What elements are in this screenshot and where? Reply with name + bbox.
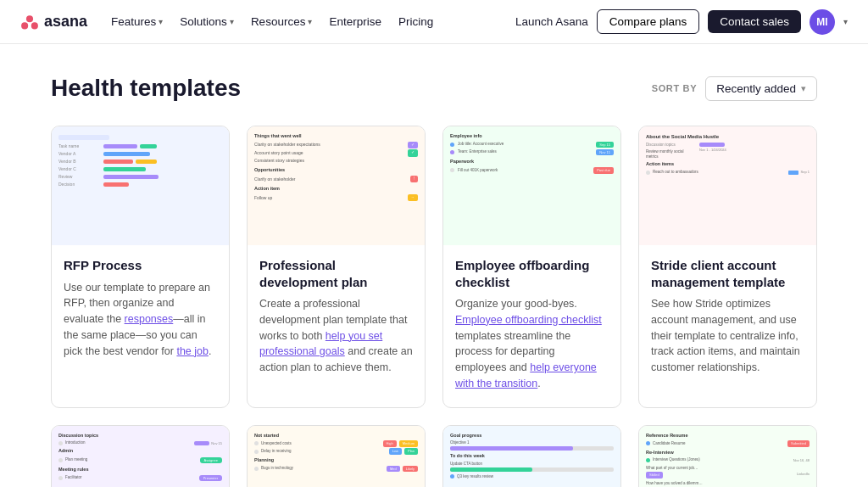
card-desc-eo: Organize your good-byes. Employee offboa… bbox=[455, 296, 609, 392]
card-preview-tg: Goal progress Objective 1 To do this wee… bbox=[443, 426, 620, 488]
card-desc-rfp: Use our template to prepare an RFP, then… bbox=[64, 280, 217, 360]
card-preview-stride: About the Social Media Hustle Discussion… bbox=[639, 126, 816, 245]
avatar[interactable]: MI bbox=[810, 9, 835, 35]
page-title: Health templates bbox=[51, 75, 241, 102]
card-title-eo: Employee offboarding checklist bbox=[455, 257, 609, 290]
launch-asana-link[interactable]: Launch Asana bbox=[515, 15, 588, 28]
main-content: Health templates SORT BY Recently added … bbox=[0, 44, 868, 487]
svg-point-1 bbox=[21, 22, 28, 29]
nav-links: Features ▾ Solutions ▾ Resources ▾ Enter… bbox=[111, 15, 515, 28]
card-desc-pd: Create a professional development plan t… bbox=[259, 296, 413, 376]
asana-logo-icon bbox=[20, 13, 39, 31]
nav-resources[interactable]: Resources ▾ bbox=[251, 15, 313, 28]
sort-value: Recently added bbox=[716, 82, 796, 95]
chevron-down-icon: ▾ bbox=[159, 17, 163, 26]
logo[interactable]: asana bbox=[20, 13, 87, 31]
svg-point-0 bbox=[26, 15, 33, 22]
template-card-rfp-process[interactable]: Task name Vendor A Vendor B Vendor C Rev… bbox=[51, 126, 230, 408]
template-card-city-providence[interactable]: Reference Resume Candidate Resume Submit… bbox=[638, 425, 817, 488]
card-title-pd: Professional development plan bbox=[259, 257, 413, 290]
card-title-rfp: RFP Process bbox=[64, 257, 217, 274]
nav-pricing[interactable]: Pricing bbox=[398, 15, 433, 28]
card-body-stride: Stride client account management templat… bbox=[639, 245, 816, 391]
nav-solutions[interactable]: Solutions ▾ bbox=[180, 15, 234, 28]
template-card-offboarding[interactable]: Employee info Job title: Account executi… bbox=[442, 126, 621, 408]
chevron-down-icon: ▾ bbox=[230, 17, 234, 26]
nav-enterprise[interactable]: Enterprise bbox=[329, 15, 381, 28]
card-preview-rfp: Task name Vendor A Vendor B Vendor C Rev… bbox=[52, 126, 229, 245]
card-preview-ma: Discussion topics Introduction Nov 15 Ad… bbox=[52, 426, 229, 488]
avatar-chevron-icon[interactable]: ▾ bbox=[843, 17, 848, 26]
sort-label: SORT BY bbox=[652, 83, 698, 93]
sort-dropdown[interactable]: Recently added ▾ bbox=[705, 76, 817, 101]
logo-text: asana bbox=[44, 13, 87, 31]
card-preview-cp: Reference Resume Candidate Resume Submit… bbox=[639, 426, 816, 488]
page-header: Health templates SORT BY Recently added … bbox=[51, 75, 817, 102]
template-card-professional-dev[interactable]: Things that went well Clarity on stakeho… bbox=[247, 126, 426, 408]
nav-features[interactable]: Features ▾ bbox=[111, 15, 163, 28]
sort-chevron-icon: ▾ bbox=[801, 83, 806, 94]
template-grid: Task name Vendor A Vendor B Vendor C Rev… bbox=[51, 126, 817, 487]
card-preview-eo: Employee info Job title: Account executi… bbox=[443, 126, 620, 245]
nav-right: Launch Asana Compare plans Contact sales… bbox=[515, 9, 848, 35]
card-body-eo: Employee offboarding checklist Organize … bbox=[443, 245, 620, 407]
template-card-stride[interactable]: About the Social Media Hustle Discussion… bbox=[638, 126, 817, 408]
sort-row: SORT BY Recently added ▾ bbox=[652, 76, 817, 101]
chevron-down-icon: ▾ bbox=[308, 17, 312, 26]
main-nav: asana Features ▾ Solutions ▾ Resources ▾… bbox=[0, 0, 868, 44]
template-card-team-goals[interactable]: Goal progress Objective 1 To do this wee… bbox=[442, 425, 621, 488]
svg-point-2 bbox=[31, 22, 38, 29]
contact-sales-button[interactable]: Contact sales bbox=[708, 10, 801, 33]
template-card-risk-register[interactable]: Not started Unexpected costs High Medium… bbox=[247, 425, 426, 488]
template-card-meeting-agenda[interactable]: Discussion topics Introduction Nov 15 Ad… bbox=[51, 425, 230, 488]
card-body-pd: Professional development plan Create a p… bbox=[248, 245, 425, 391]
card-desc-stride: See how Stride optimizes account managem… bbox=[651, 296, 804, 376]
card-title-stride: Stride client account management templat… bbox=[651, 257, 804, 290]
card-body-rfp: RFP Process Use our template to prepare … bbox=[52, 245, 229, 374]
compare-plans-button[interactable]: Compare plans bbox=[597, 9, 700, 34]
card-preview-pd: Things that went well Clarity on stakeho… bbox=[248, 126, 425, 245]
card-preview-rr: Not started Unexpected costs High Medium… bbox=[248, 426, 425, 488]
